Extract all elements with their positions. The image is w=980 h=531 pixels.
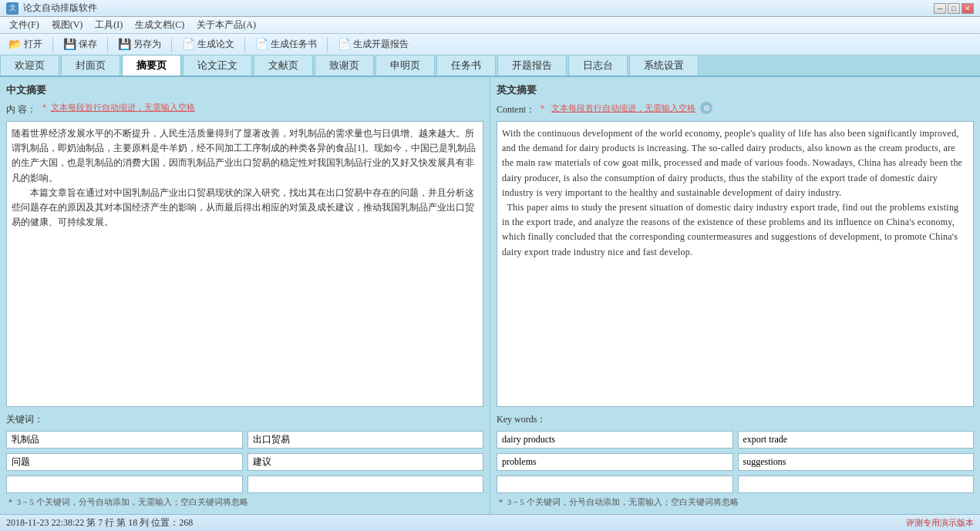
english-keyword-3[interactable] [497, 453, 733, 471]
settings-icon[interactable]: ⚙ [700, 102, 712, 114]
app-title: 论文自动排版软件 [23, 2, 97, 15]
english-keywords-hint: ＊ 3－5 个关键词，分号自动添加，无需输入；空白关键词将忽略 [497, 496, 974, 508]
chinese-hint-text: 文本每段首行自动缩进，无需输入空格 [51, 103, 195, 112]
chinese-keyword-4[interactable] [248, 453, 484, 471]
chinese-keyword-3[interactable] [6, 453, 243, 471]
save-icon: 💾 [63, 38, 76, 51]
toolbar: 📂 打开 💾 保存 💾 另存为 📄 生成论文 📄 生成任务书 📄 生成开题报告 [0, 34, 980, 55]
toolbar-separator-2 [107, 37, 108, 52]
generate-task-button[interactable]: 📄 生成任务书 [250, 35, 322, 53]
tab-references[interactable]: 文献页 [254, 55, 313, 76]
tab-paper-body[interactable]: 论文正文 [183, 55, 252, 76]
toolbar-separator-4 [244, 37, 245, 52]
tab-settings[interactable]: 系统设置 [629, 55, 699, 76]
tab-welcome[interactable]: 欢迎页 [0, 55, 59, 76]
english-keywords-grid [497, 431, 974, 493]
chinese-panel-title: 中文摘要 [6, 83, 483, 97]
chinese-abstract-text[interactable]: 随着世界经济发展水平的不断提升，人民生活质量得到了显著改善，对乳制品的需求量也与… [6, 121, 483, 407]
chinese-content-row: 内 容： ＊ 文本每段首行自动缩进，无需输入空格 [6, 102, 483, 116]
menu-file[interactable]: 文件(F) [3, 17, 45, 33]
toolbar-separator-5 [327, 37, 328, 52]
tab-bar: 欢迎页 封面页 摘要页 论文正文 文献页 致谢页 申明页 任务书 开题报告 日志… [0, 55, 980, 77]
generate-proposal-button[interactable]: 📄 生成开题报告 [332, 35, 414, 53]
edition-label: 评测专用演示版本 [906, 517, 974, 529]
maximize-button[interactable]: □ [948, 3, 960, 14]
menu-bar: 文件(F) 视图(V) 工具(I) 生成文档(C) 关于本产品(A) [0, 17, 980, 34]
open-button[interactable]: 📂 打开 [3, 35, 48, 53]
menu-view[interactable]: 视图(V) [45, 17, 89, 33]
english-keyword-5[interactable] [497, 476, 733, 493]
english-keywords-label: Key words： [497, 413, 974, 426]
generate-paper-button[interactable]: 📄 生成论文 [177, 35, 240, 53]
english-keyword-4[interactable] [738, 453, 975, 471]
english-abstract-text[interactable]: With the continuous development of the w… [497, 121, 974, 407]
proposal-icon: 📄 [338, 38, 351, 51]
chinese-content-label: 内 容： [6, 102, 37, 116]
tab-declaration[interactable]: 申明页 [375, 55, 435, 76]
tab-task-book[interactable]: 任务书 [436, 55, 496, 76]
tab-acknowledgement[interactable]: 致谢页 [315, 55, 374, 76]
english-hint-text: 文本每段首行自动缩进，无需输入空格 [551, 103, 695, 114]
english-keyword-1[interactable] [497, 431, 733, 449]
english-panel-title: 英文摘要 [497, 83, 974, 97]
toolbar-separator-3 [171, 37, 172, 52]
english-keywords-section: Key words： ＊ 3－5 个关键词，分号自动添加，无需输入；空白关键词将… [497, 413, 974, 508]
close-button[interactable]: ✕ [961, 3, 974, 14]
paper-icon: 📄 [182, 38, 195, 51]
chinese-hint-star: ＊ [40, 103, 51, 112]
task-icon: 📄 [255, 38, 268, 51]
menu-generate-doc[interactable]: 生成文档(C) [129, 17, 190, 33]
chinese-keyword-2[interactable] [248, 431, 484, 449]
save-as-icon: 💾 [118, 38, 131, 51]
open-icon: 📂 [8, 38, 22, 51]
status-info: 2018-11-23 22:38:22 第 7 行 第 18 列 位置：268 [6, 516, 193, 529]
english-hint-star: ＊ [538, 103, 547, 114]
save-button[interactable]: 💾 保存 [58, 35, 103, 53]
tab-abstract[interactable]: 摘要页 [122, 55, 181, 76]
tab-log[interactable]: 日志台 [568, 55, 628, 76]
chinese-keyword-1[interactable] [6, 431, 243, 449]
chinese-keywords-hint: ＊ 3－5 个关键词，分号自动添加，无需输入；空白关键词将忽略 [6, 496, 483, 508]
english-content-row: Content： ＊ 文本每段首行自动缩进，无需输入空格 ⚙ [497, 102, 974, 116]
tab-cover[interactable]: 封面页 [61, 55, 120, 76]
minimize-button[interactable]: ─ [934, 3, 946, 14]
english-keyword-2[interactable] [738, 431, 975, 449]
english-abstract-content: With the continuous development of the w… [502, 128, 965, 257]
status-bar: 2018-11-23 22:38:22 第 7 行 第 18 列 位置：268 … [0, 514, 980, 531]
tab-opening-report[interactable]: 开题报告 [497, 55, 567, 76]
chinese-abstract-content: 随着世界经济发展水平的不断提升，人民生活质量得到了显著改善，对乳制品的需求量也与… [12, 128, 476, 227]
english-content-label: Content： [497, 102, 535, 116]
app-icon: 文 [6, 2, 19, 15]
toolbar-separator [52, 37, 53, 52]
save-as-button[interactable]: 💾 另存为 [113, 35, 167, 53]
chinese-keywords-grid [6, 431, 483, 493]
chinese-keywords-label: 关键词： [6, 413, 483, 426]
menu-about[interactable]: 关于本产品(A) [190, 17, 262, 33]
title-bar: 文 论文自动排版软件 ─ □ ✕ [0, 0, 980, 17]
main-content: 中文摘要 内 容： ＊ 文本每段首行自动缩进，无需输入空格 随着世界经济发展水平… [0, 77, 980, 514]
chinese-keywords-section: 关键词： ＊ 3－5 个关键词，分号自动添加，无需输入；空白关键词将忽略 [6, 413, 483, 508]
chinese-keyword-5[interactable] [6, 476, 243, 493]
english-abstract-panel: 英文摘要 Content： ＊ 文本每段首行自动缩进，无需输入空格 ⚙ With… [490, 77, 980, 514]
chinese-keyword-6[interactable] [248, 476, 484, 493]
chinese-abstract-panel: 中文摘要 内 容： ＊ 文本每段首行自动缩进，无需输入空格 随着世界经济发展水平… [0, 77, 490, 514]
english-keyword-6[interactable] [738, 476, 975, 493]
menu-tools[interactable]: 工具(I) [89, 17, 129, 33]
